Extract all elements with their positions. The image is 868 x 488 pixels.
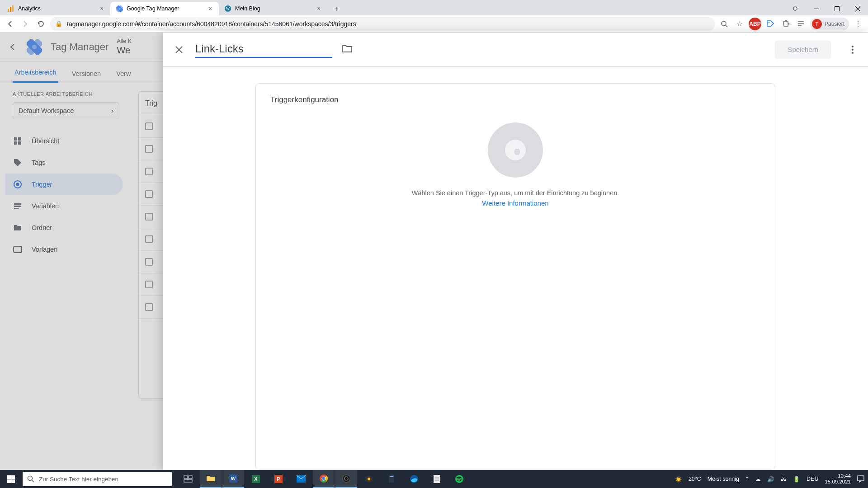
learn-more-label: Weitere Informationen [482,199,548,207]
tab-label: Mein Blog [235,5,260,12]
tab-blog[interactable]: W Mein Blog × [219,2,327,15]
taskbar-app-word[interactable]: W [222,470,244,488]
extensions-puzzle-icon[interactable] [779,18,792,30]
svg-rect-42 [184,479,192,482]
tray-time: 10:44 [825,473,851,479]
search-icon [27,475,34,483]
svg-rect-0 [8,9,9,12]
reading-list-icon[interactable] [795,18,807,30]
close-icon[interactable]: × [207,5,213,12]
weather-icon[interactable]: ☀️ [675,476,682,483]
svg-text:W: W [231,476,236,481]
reload-button[interactable] [34,18,47,30]
svg-text:X: X [254,476,258,482]
svg-point-54 [322,477,326,480]
svg-rect-34 [7,475,11,479]
taskbar-app-spotify[interactable] [448,470,470,488]
browser-tab-strip: Analytics × Google Tag Manager × W Mein … [0,0,868,15]
account-dot-icon[interactable] [785,2,806,15]
tray-clock[interactable]: 10:44 15.09.2021 [825,473,851,485]
taskbar-app-excel[interactable]: X [245,470,267,488]
taskbar-app-obs[interactable] [335,470,357,488]
svg-line-39 [32,480,34,483]
svg-rect-60 [390,476,393,477]
svg-point-58 [368,478,370,480]
taskbar-app-explorer[interactable] [200,470,222,488]
tab-analytics[interactable]: Analytics × [2,2,110,15]
extension-abp-icon[interactable]: ABP [749,18,761,30]
taskbar-app-generic2[interactable] [381,470,402,488]
search-placeholder: Zur Suche Text hier eingeben [39,476,118,483]
tab-gtm[interactable]: Google Tag Manager × [110,2,219,15]
learn-more-link[interactable]: Weitere Informationen [270,199,760,207]
trigger-config-card[interactable]: Triggerkonfiguration Wählen Sie einen Tr… [255,83,775,470]
tray-date: 15.09.2021 [825,479,851,485]
address-bar[interactable]: 🔒 tagmanager.google.com/#/container/acco… [50,17,715,31]
profile-status: Pausiert [825,21,844,27]
weather-temp[interactable]: 20°C [689,476,701,482]
tray-onedrive-icon[interactable]: ☁ [755,476,761,483]
svg-rect-40 [184,476,188,479]
tab-label: Analytics [18,5,41,12]
svg-point-13 [722,21,726,26]
svg-rect-10 [835,6,839,11]
taskbar-search[interactable]: Zur Suche Text hier eingeben [23,472,172,486]
task-view-icon[interactable] [177,470,199,488]
close-icon[interactable]: × [316,5,322,12]
avatar: T [812,19,822,29]
trigger-name-input[interactable] [195,42,332,58]
tab-label: Google Tag Manager [127,5,179,12]
start-button[interactable] [0,470,22,488]
svg-point-5 [118,8,121,10]
taskbar-app-powerpoint[interactable]: P [268,470,289,488]
back-button[interactable] [4,18,16,30]
close-panel-button[interactable] [173,43,185,56]
weather-label[interactable]: Meist sonnig [708,476,739,482]
config-hint-text: Wählen Sie einen Trigger-Typ aus, um mit… [270,189,760,197]
taskbar-app-notepad[interactable] [426,470,448,488]
svg-rect-2 [12,5,14,12]
lock-icon: 🔒 [55,20,62,27]
gtm-icon [116,5,123,12]
svg-rect-36 [7,479,11,483]
url-text: tagmanager.google.com/#/container/accoun… [67,20,356,28]
maximize-button[interactable] [826,2,847,15]
forward-button[interactable] [19,18,32,30]
tray-battery-icon[interactable]: 🔋 [793,476,800,483]
tray-chevron-up-icon[interactable]: ˄ [745,476,749,483]
svg-text:W: W [226,6,230,11]
taskbar-app-generic1[interactable] [358,470,380,488]
svg-line-14 [726,25,727,27]
wordpress-icon: W [224,5,231,12]
tray-volume-icon[interactable]: 🔊 [767,476,774,483]
zoom-icon[interactable] [718,18,731,30]
browser-toolbar: 🔒 tagmanager.google.com/#/container/acco… [0,15,868,33]
close-window-button[interactable] [847,2,868,15]
save-button[interactable]: Speichern [775,41,831,59]
tray-notifications-icon[interactable] [857,475,864,483]
tray-language[interactable]: DEU [807,476,818,482]
panel-menu-icon[interactable] [847,44,858,55]
minimize-button[interactable] [806,2,826,15]
bookmark-star-icon[interactable]: ☆ [733,18,746,30]
trigger-type-placeholder-icon [488,122,543,178]
extension-tag-icon[interactable] [764,18,777,30]
svg-rect-67 [858,476,864,481]
close-icon[interactable]: × [99,5,105,12]
browser-menu-icon[interactable]: ⋮ [852,18,864,30]
profile-chip[interactable]: T Pausiert [810,18,849,30]
taskbar-app-edge[interactable] [403,470,425,488]
svg-point-15 [769,22,769,23]
svg-point-8 [793,7,797,10]
folder-outline-icon[interactable] [342,45,352,55]
taskbar-app-mail[interactable] [290,470,312,488]
trigger-editor-panel: Speichern Triggerkonfiguration Wählen Si… [163,33,868,470]
config-card-title: Triggerkonfiguration [270,95,760,104]
panel-header: Speichern [163,33,868,67]
windows-taskbar: Zur Suche Text hier eingeben W X P ☀️ 20… [0,470,868,488]
taskbar-app-chrome[interactable] [313,470,335,488]
new-tab-button[interactable]: + [330,3,343,15]
tray-network-icon[interactable]: 🖧 [781,476,787,482]
system-tray: ☀️ 20°C Meist sonnig ˄ ☁ 🔊 🖧 🔋 DEU 10:44… [675,473,868,485]
svg-point-38 [28,476,33,481]
